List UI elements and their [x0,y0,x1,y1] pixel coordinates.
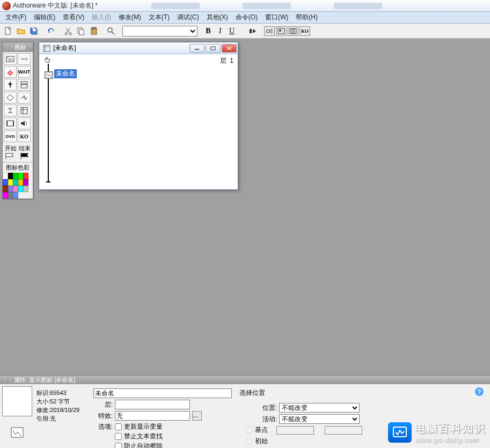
function-window-button[interactable] [288,26,298,36]
option-label: 防止自动擦除 [124,442,163,448]
map-icon[interactable] [18,105,31,116]
svg-rect-22 [7,121,13,126]
interaction-icon[interactable] [18,92,31,104]
flow-start-icon[interactable] [43,56,51,64]
color-swatch[interactable] [23,186,28,192]
find-button[interactable] [105,25,117,37]
color-swatch[interactable] [3,192,8,199]
maximize-button[interactable] [206,44,221,53]
digital-movie-icon[interactable] [4,117,17,129]
undo-button[interactable] [45,25,57,37]
menu-e[interactable]: 编辑(E) [31,12,58,23]
color-swatch[interactable] [3,173,8,179]
color-swatch[interactable] [23,179,28,186]
svg-rect-10 [92,27,96,29]
color-swatch[interactable] [18,173,24,179]
layer-input[interactable] [115,400,190,409]
init-label: 初始 [255,437,268,446]
copy-button[interactable] [75,25,87,37]
base-y-input [325,426,362,435]
menu-v[interactable]: 查看(V) [60,12,87,23]
sound-icon[interactable] [18,117,31,129]
menu-m[interactable]: 修改(M) [115,12,144,23]
help-button[interactable]: ? [475,387,484,396]
minimize-button[interactable] [189,44,204,53]
design-window-titlebar[interactable]: [未命名] [39,42,238,54]
menu-h[interactable]: 帮助(H) [292,12,321,23]
design-window-icon [42,44,51,53]
control-panel-button[interactable] [264,26,275,36]
watermark-url: www.pc-daily.com [415,436,486,444]
menu-t[interactable]: 文本(T) [145,12,173,23]
prop-info: 标识:65543 大小:52 字节 修改:2018/10/29 引用:无 [36,386,89,446]
decision-icon[interactable] [4,92,17,104]
svg-rect-25 [43,45,50,52]
color-swatch[interactable] [3,186,8,192]
display-icon[interactable] [4,53,17,65]
option-label: 更新显示变量 [124,422,163,431]
menu-w[interactable]: 窗口(W) [262,12,291,23]
menu-o[interactable]: 命令(O) [232,12,261,23]
menu-c[interactable]: 调试(C) [174,12,202,23]
watermark-title: 电脑百科知识 [415,421,486,436]
color-swatch[interactable] [8,173,13,179]
menu-f[interactable]: 文件(F) [2,12,30,23]
activity-select[interactable]: 不能改变 [279,414,360,424]
menu-x[interactable]: 其他(X) [203,12,231,23]
menubar: 文件(F)编辑(E)查看(V)插入(I)修改(M)文本(T)调试(C)其他(X)… [0,12,490,24]
knowledge-object-icon[interactable]: KO [18,130,31,142]
italic-button[interactable]: I [215,26,225,36]
save-all-button[interactable] [28,25,40,37]
open-button[interactable] [15,25,27,37]
new-button[interactable] [2,25,14,37]
titlebar: Authorware 中文版: [未命名] * [0,0,490,12]
svg-rect-12 [250,29,252,33]
run-button[interactable] [247,25,259,37]
start-flag-icon[interactable] [5,152,16,160]
framework-icon[interactable] [18,79,31,91]
position-select[interactable]: 不能改变 [279,403,360,413]
icon-panel: 图标 WAIT DVD KO 开始 结束 图标色彩 [2,42,33,199]
color-swatch[interactable] [23,173,28,179]
cut-button[interactable] [62,25,74,37]
icon-panel-title[interactable]: 图标 [3,42,33,52]
options-field-label: 选项: [93,422,113,431]
option-checkbox[interactable] [115,423,122,430]
flow-node-display-icon[interactable] [45,71,53,79]
close-button[interactable] [222,44,237,53]
color-swatch[interactable] [8,186,13,192]
wait-icon[interactable]: WAIT [18,66,31,78]
color-swatch[interactable] [13,192,18,199]
bold-button[interactable]: B [203,26,214,36]
layer-indicator: 层 1 [220,56,233,65]
erase-icon[interactable] [4,66,17,78]
calculation-icon[interactable] [4,105,17,116]
color-swatch[interactable] [13,186,18,192]
toolbar-p1-button[interactable] [276,26,287,36]
color-swatch[interactable] [18,186,24,192]
svg-rect-20 [21,85,27,88]
color-swatch[interactable] [18,179,24,186]
properties-panel-title[interactable]: 属性: 显示图标 [未命名] [0,376,490,384]
color-swatch[interactable] [3,179,8,186]
end-flag-icon[interactable] [20,152,31,160]
navigate-icon[interactable] [4,79,17,91]
option-checkbox[interactable] [115,433,122,440]
color-swatch[interactable] [13,179,18,186]
effect-browse-button[interactable]: ... [192,411,202,421]
font-select[interactable] [122,26,198,36]
color-swatch[interactable] [8,179,13,186]
knockout-button[interactable]: KO [299,26,310,36]
color-swatch[interactable] [13,173,18,179]
underline-button[interactable]: U [226,26,237,36]
effect-input[interactable] [115,411,190,421]
flow-node-label[interactable]: 未命名 [54,69,77,78]
option-checkbox[interactable] [115,443,122,448]
color-swatch[interactable] [8,192,13,199]
design-window-body[interactable]: 层 1 未命名 [39,54,238,189]
motion-icon[interactable] [18,53,31,65]
dvd-icon[interactable]: DVD [4,130,17,142]
option-label: 禁止文本查找 [124,432,163,441]
paste-button[interactable] [88,25,100,37]
icon-name-input[interactable] [93,388,232,398]
